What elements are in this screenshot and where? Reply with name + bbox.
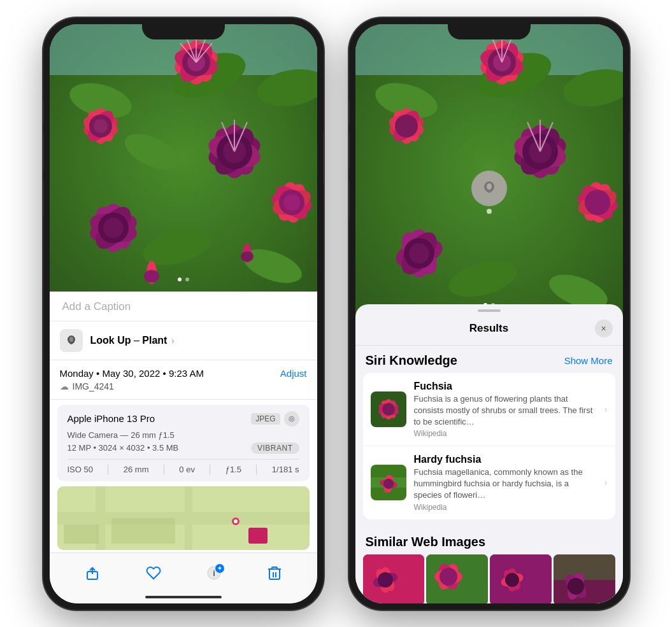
svg-point-117 bbox=[487, 183, 492, 190]
similar-web-images-section: Similar Web Images bbox=[355, 522, 623, 603]
favorite-button[interactable] bbox=[146, 565, 161, 581]
results-panel: Results × Siri Knowledge Show More bbox=[355, 304, 623, 603]
info-badge: ✦ bbox=[215, 564, 224, 573]
svg-rect-61 bbox=[111, 518, 175, 544]
svg-rect-57 bbox=[57, 512, 310, 525]
exif-aperture: ƒ1.5 bbox=[225, 465, 241, 474]
fuchsia-chevron-icon: › bbox=[604, 404, 608, 414]
web-image-4[interactable] bbox=[554, 554, 615, 603]
close-icon: × bbox=[601, 323, 606, 334]
right-volume-down-button[interactable] bbox=[349, 180, 350, 218]
right-photo-view bbox=[355, 24, 623, 317]
share-button[interactable] bbox=[85, 565, 100, 581]
left-phone-screen: Add a Caption Look Up – Plant › Monday •… bbox=[50, 24, 317, 603]
svg-point-124 bbox=[382, 403, 395, 416]
web-images-row bbox=[355, 554, 623, 603]
siri-visual-look-up-icon bbox=[471, 171, 507, 206]
svg-point-140 bbox=[440, 568, 457, 586]
svg-rect-69 bbox=[269, 569, 280, 579]
exif-focal: 26 mm bbox=[124, 465, 149, 474]
right-phone-screen: Results × Siri Knowledge Show More bbox=[355, 24, 623, 603]
exif-divider-4 bbox=[256, 465, 257, 475]
volume-down-button[interactable] bbox=[43, 180, 44, 218]
svg-point-63 bbox=[234, 519, 238, 523]
fuchsia-text: Fuchsia Fuchsia is a genus of flowering … bbox=[414, 381, 597, 439]
left-phone: Add a Caption Look Up – Plant › Monday •… bbox=[43, 18, 324, 610]
svg-point-150 bbox=[568, 578, 584, 595]
exif-divider-2 bbox=[164, 465, 164, 475]
mute-button[interactable] bbox=[43, 101, 44, 123]
photo-view[interactable] bbox=[50, 24, 317, 292]
svg-point-55 bbox=[69, 337, 73, 342]
caption-area[interactable]: Add a Caption bbox=[50, 292, 317, 321]
right-mute-button[interactable] bbox=[349, 101, 350, 123]
adjust-button[interactable]: Adjust bbox=[280, 368, 307, 379]
fuchsia-name: Fuchsia bbox=[414, 381, 597, 392]
lookup-row[interactable]: Look Up – Plant › bbox=[50, 321, 317, 360]
lookup-label: Look Up – Plant › bbox=[90, 335, 175, 346]
fuchsia-thumbnail bbox=[371, 391, 406, 427]
svg-point-24 bbox=[94, 119, 108, 133]
web-images-header: Similar Web Images bbox=[355, 527, 623, 554]
show-more-button[interactable]: Show More bbox=[564, 355, 613, 366]
device-name: Apple iPhone 13 Pro bbox=[68, 413, 155, 424]
results-header: Results × bbox=[355, 320, 623, 346]
meta-section: Monday • May 30, 2022 • 9:23 AM Adjust ☁… bbox=[50, 360, 317, 400]
home-indicator bbox=[145, 596, 222, 598]
exif-divider-1 bbox=[108, 465, 108, 475]
caption-placeholder[interactable]: Add a Caption bbox=[62, 300, 131, 313]
right-volume-up-button[interactable] bbox=[349, 132, 350, 171]
svg-point-54 bbox=[241, 251, 254, 262]
siri-icon bbox=[60, 329, 83, 352]
svg-rect-59 bbox=[185, 486, 192, 550]
device-badges: JPEG ◎ bbox=[251, 411, 299, 426]
web-images-title: Similar Web Images bbox=[366, 535, 486, 549]
dot-1 bbox=[178, 278, 182, 281]
svg-point-135 bbox=[378, 572, 393, 588]
exif-iso: ISO 50 bbox=[68, 465, 93, 474]
hardy-desc: Fuchsia magellanica, commonly known as t… bbox=[414, 467, 597, 502]
knowledge-item-hardy[interactable]: Hardy fuchsia Fuchsia magellanica, commo… bbox=[363, 446, 615, 519]
hardy-chevron-icon: › bbox=[604, 477, 608, 488]
web-image-1[interactable] bbox=[363, 554, 425, 603]
camera-specs: 12 MP • 3024 × 4032 • 3.5 MB bbox=[68, 443, 179, 453]
svg-rect-64 bbox=[248, 528, 268, 544]
svg-point-41 bbox=[283, 194, 300, 211]
info-button[interactable]: i ✦ bbox=[206, 565, 222, 581]
siri-knowledge-header: Siri Knowledge Show More bbox=[355, 346, 623, 373]
svg-point-108 bbox=[585, 190, 610, 215]
results-title: Results bbox=[383, 322, 595, 335]
svg-rect-60 bbox=[64, 525, 99, 544]
vibrant-badge: VIBRANT bbox=[251, 442, 299, 454]
svg-point-48 bbox=[103, 218, 124, 238]
web-image-3[interactable] bbox=[490, 554, 552, 603]
exif-row: ISO 50 26 mm 0 ev ƒ1.5 1/181 s bbox=[68, 459, 299, 475]
knowledge-item-fuchsia[interactable]: Fuchsia Fuchsia is a genus of flowering … bbox=[363, 373, 615, 447]
svg-point-145 bbox=[505, 573, 519, 587]
volume-up-button[interactable] bbox=[43, 132, 44, 171]
cloud-icon: ☁ bbox=[60, 381, 69, 391]
svg-point-92 bbox=[395, 115, 418, 137]
photo-dots bbox=[178, 278, 189, 281]
lookup-subject: Plant bbox=[142, 335, 167, 346]
location-icon: ◎ bbox=[284, 411, 299, 426]
svg-point-52 bbox=[144, 270, 159, 283]
hardy-source: Wikipedia bbox=[414, 503, 597, 512]
web-image-2[interactable] bbox=[426, 554, 488, 603]
format-badge: JPEG bbox=[251, 413, 280, 425]
photo-date: Monday • May 30, 2022 • 9:23 AM bbox=[60, 368, 204, 379]
fuchsia-source: Wikipedia bbox=[414, 429, 597, 438]
right-phone: Results × Siri Knowledge Show More bbox=[349, 18, 629, 610]
power-button[interactable] bbox=[323, 132, 324, 183]
map-preview[interactable] bbox=[57, 486, 310, 550]
knowledge-card: Fuchsia Fuchsia is a genus of flowering … bbox=[363, 373, 615, 519]
lookup-chevron-icon: › bbox=[171, 335, 175, 346]
svg-point-114 bbox=[409, 243, 429, 264]
filename: IMG_4241 bbox=[73, 381, 114, 391]
close-button[interactable]: × bbox=[595, 320, 613, 337]
siri-dot bbox=[487, 209, 492, 214]
right-power-button[interactable] bbox=[629, 132, 629, 183]
delete-button[interactable] bbox=[268, 565, 282, 581]
hardy-thumbnail bbox=[371, 465, 406, 500]
exif-shutter: 1/181 s bbox=[272, 465, 299, 474]
